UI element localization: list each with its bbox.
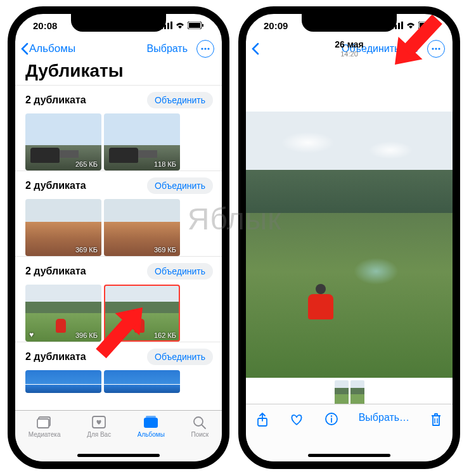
- group-count: 2 дубликата: [25, 94, 86, 106]
- photo-thumbnail[interactable]: [104, 370, 180, 393]
- bottom-toolbar: Выбрать…: [246, 404, 453, 461]
- photo-view[interactable]: [246, 112, 453, 378]
- photo-thumbnail[interactable]: [25, 370, 101, 393]
- back-button[interactable]: Альбомы: [20, 42, 75, 55]
- notch: [71, 14, 166, 32]
- right-phone: 20:09 26 мая 14:20 Объединить все: [238, 6, 460, 469]
- photo-thumbnail[interactable]: 369 КБ: [104, 199, 180, 256]
- svg-line-16: [202, 425, 205, 428]
- svg-point-25: [435, 48, 437, 49]
- info-button[interactable]: [324, 412, 338, 429]
- duplicate-group: 2 дубликата Объединить: [15, 342, 222, 393]
- nav-title: 26 мая 14:20: [335, 40, 364, 57]
- info-icon: [324, 412, 338, 426]
- duplicate-groups-list[interactable]: 2 дубликата Объединить 265 КБ 118 КБ 2 д…: [15, 85, 222, 440]
- svg-point-26: [438, 48, 440, 49]
- nav-bar: Альбомы Выбрать: [15, 37, 222, 61]
- svg-point-24: [432, 48, 434, 49]
- heart-square-icon: [91, 415, 107, 430]
- tab-library[interactable]: Медиатека: [29, 415, 61, 461]
- status-time: 20:08: [33, 20, 57, 31]
- photo-thumbnail[interactable]: 265 КБ: [25, 113, 101, 170]
- group-count: 2 дубликата: [25, 266, 86, 277]
- svg-rect-5: [189, 23, 200, 28]
- back-button[interactable]: [251, 42, 260, 55]
- search-icon: [191, 415, 208, 430]
- status-time: 20:09: [264, 20, 288, 31]
- strip-thumbnail[interactable]: [350, 380, 364, 406]
- wifi-icon: [175, 22, 185, 29]
- tab-search[interactable]: Поиск: [191, 415, 209, 461]
- photo-thumbnail[interactable]: 118 КБ: [104, 113, 180, 170]
- photo-thumbnail[interactable]: 369 КБ: [25, 199, 101, 256]
- svg-rect-3: [170, 22, 172, 29]
- battery-icon: [188, 22, 204, 29]
- trash-icon: [430, 412, 442, 427]
- favorite-icon: ♥: [29, 330, 34, 339]
- chevron-left-icon: [20, 42, 29, 55]
- ellipsis-icon: [201, 48, 210, 50]
- svg-rect-13: [144, 418, 158, 428]
- photo-thumbnail[interactable]: ♥ 396 КБ: [25, 285, 101, 342]
- merge-button[interactable]: Объединить: [147, 92, 213, 108]
- group-count: 2 дубликата: [25, 180, 86, 191]
- svg-point-9: [207, 48, 209, 49]
- svg-point-29: [331, 415, 332, 416]
- more-button[interactable]: [196, 40, 214, 58]
- left-phone: 20:08 Альбомы Выбрать Дубликаты: [8, 6, 229, 469]
- home-indicator[interactable]: [77, 454, 160, 457]
- duplicate-group: 2 дубликата Объединить 369 КБ 369 КБ: [15, 170, 222, 256]
- favorite-button[interactable]: [289, 412, 304, 429]
- svg-rect-14: [146, 416, 156, 418]
- duplicate-group: 2 дубликата Объединить 265 КБ 118 КБ: [15, 85, 222, 170]
- status-indicators: [161, 22, 204, 29]
- svg-point-7: [201, 48, 203, 49]
- svg-rect-19: [398, 23, 400, 29]
- svg-point-8: [204, 48, 206, 49]
- share-icon: [256, 412, 269, 427]
- svg-rect-11: [37, 419, 49, 428]
- select-button[interactable]: Выбрать…: [359, 412, 409, 423]
- merge-button[interactable]: Объединить: [147, 263, 213, 280]
- group-count: 2 дубликата: [25, 351, 86, 363]
- page-title: Дубликаты: [15, 61, 222, 85]
- chevron-left-icon: [251, 42, 260, 55]
- delete-button[interactable]: [430, 412, 442, 430]
- merge-button[interactable]: Объединить: [147, 349, 213, 365]
- back-label: Альбомы: [29, 42, 75, 55]
- notch: [302, 14, 397, 32]
- svg-rect-2: [167, 23, 169, 29]
- select-button[interactable]: Выбрать: [147, 43, 188, 55]
- heart-icon: [289, 412, 304, 426]
- share-button[interactable]: [256, 412, 269, 430]
- svg-rect-6: [202, 24, 203, 27]
- ellipsis-icon: [432, 48, 440, 50]
- merge-button[interactable]: Объединить: [147, 177, 213, 194]
- strip-thumbnail[interactable]: [335, 380, 349, 406]
- albums-icon: [143, 415, 159, 430]
- svg-rect-20: [401, 22, 403, 29]
- more-button[interactable]: [427, 40, 445, 58]
- library-icon: [36, 415, 53, 430]
- photo-large: [246, 112, 453, 378]
- wifi-icon: [406, 22, 416, 29]
- home-indicator[interactable]: [308, 454, 390, 457]
